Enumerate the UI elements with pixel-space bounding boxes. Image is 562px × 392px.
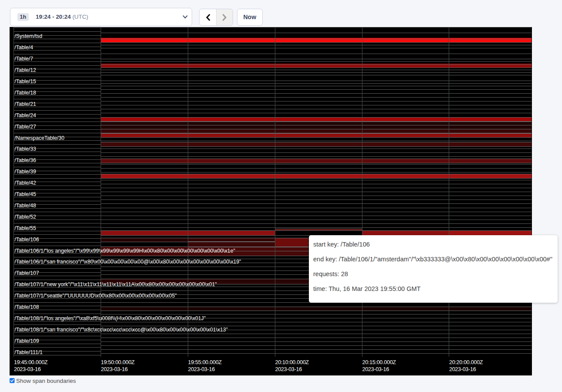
svg-text:/Table/27: /Table/27 xyxy=(14,123,36,129)
svg-text:/Table/15: /Table/15 xyxy=(14,78,36,84)
svg-text:2023-03-16: 2023-03-16 xyxy=(101,366,128,372)
svg-text:/Table/52: /Table/52 xyxy=(14,213,36,220)
svg-text:2023-03-16: 2023-03-16 xyxy=(14,366,41,372)
svg-text:/Table/106: /Table/106 xyxy=(14,236,39,242)
svg-text:/Table/55: /Table/55 xyxy=(14,225,36,231)
svg-text:/Table/48: /Table/48 xyxy=(14,202,36,208)
svg-text:/Table/18: /Table/18 xyxy=(14,89,36,95)
svg-text:/Table/7: /Table/7 xyxy=(14,56,33,62)
svg-text:/Table/109: /Table/109 xyxy=(14,338,39,344)
svg-text:19:50:00.000Z: 19:50:00.000Z xyxy=(101,359,135,365)
svg-text:2023-03-16: 2023-03-16 xyxy=(275,366,302,372)
svg-text:2023-03-16: 2023-03-16 xyxy=(449,366,476,372)
svg-text:/Table/106/1/"los angeles"/"\x: /Table/106/1/"los angeles"/"\x99\x99\x99… xyxy=(14,247,235,253)
svg-text:/Table/24: /Table/24 xyxy=(14,112,36,118)
svg-text:/System/tsd: /System/tsd xyxy=(14,33,42,39)
svg-text:/Table/108: /Table/108 xyxy=(14,304,39,310)
svg-text:/Table/45: /Table/45 xyxy=(14,191,36,197)
svg-text:/Table/107: /Table/107 xyxy=(14,270,39,276)
svg-text:/Table/108/1/"los angeles"/"\x: /Table/108/1/"los angeles"/"\xa8\xf5\u00… xyxy=(14,315,206,321)
svg-text:/Table/42: /Table/42 xyxy=(14,180,36,186)
svg-text:/Table/4: /Table/4 xyxy=(14,44,33,51)
svg-text:19:45:00.000Z: 19:45:00.000Z xyxy=(14,359,48,365)
svg-text:2023-03-16: 2023-03-16 xyxy=(362,366,389,372)
svg-text:/Table/36: /Table/36 xyxy=(14,157,36,163)
svg-text:20:20:00.000Z: 20:20:00.000Z xyxy=(449,359,483,365)
svg-text:/Table/111/1: /Table/111/1 xyxy=(14,349,43,355)
svg-text:/Table/108/1/"san francisco"/": /Table/108/1/"san francisco"/"\x8c\xcc\x… xyxy=(14,326,228,332)
svg-text:2023-03-16: 2023-03-16 xyxy=(188,366,215,372)
svg-text:20:10:00.000Z: 20:10:00.000Z xyxy=(275,359,309,365)
svg-text:/Table/12: /Table/12 xyxy=(14,67,36,73)
svg-text:/Table/107/1/"seattle"/"UUUUUU: /Table/107/1/"seattle"/"UUUUUUD\x00\x80\… xyxy=(14,293,176,299)
svg-text:/Table/106/1/"san francisco"/": /Table/106/1/"san francisco"/"\x80\x00\x… xyxy=(14,259,241,265)
svg-text:/Table/21: /Table/21 xyxy=(14,101,36,107)
svg-text:/Table/39: /Table/39 xyxy=(14,169,36,175)
svg-text:20:15:00.000Z: 20:15:00.000Z xyxy=(362,359,396,365)
svg-text:19:55:00.000Z: 19:55:00.000Z xyxy=(188,359,222,365)
svg-text:/Table/107/1/"new york"/"\x11\: /Table/107/1/"new york"/"\x11\x11\x11\x1… xyxy=(14,281,217,287)
svg-text:/NamespaceTable/30: /NamespaceTable/30 xyxy=(14,135,64,141)
svg-text:/Table/33: /Table/33 xyxy=(14,146,36,152)
